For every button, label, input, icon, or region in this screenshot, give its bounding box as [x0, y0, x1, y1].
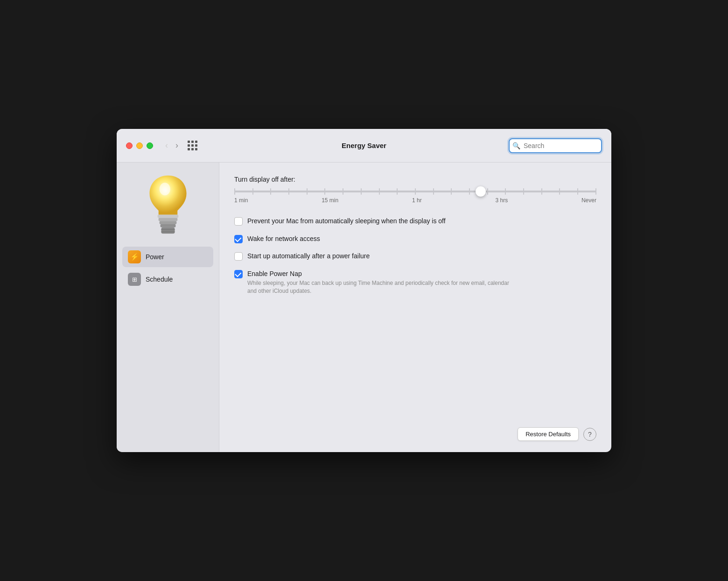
- tick-3: [270, 188, 271, 195]
- slider-section-title: Turn display off after:: [234, 176, 596, 183]
- tick-10: [397, 188, 398, 195]
- prevent-sleep-label: Prevent your Mac from automatically slee…: [247, 217, 446, 226]
- sidebar: ⚡ Power ⊞ Schedule: [117, 163, 219, 452]
- startup-failure-label: Start up automatically after a power fai…: [247, 252, 370, 261]
- sidebar-items: ⚡ Power ⊞ Schedule: [122, 247, 213, 290]
- minimize-button[interactable]: [136, 142, 143, 149]
- tick-20: [577, 188, 578, 195]
- checkbox-prevent-sleep: Prevent your Mac from automatically slee…: [234, 217, 596, 226]
- help-button[interactable]: ?: [583, 428, 596, 441]
- tick-19: [559, 188, 560, 195]
- grid-dot: [191, 141, 194, 143]
- wake-network-label: Wake for network access: [247, 234, 320, 244]
- checkbox-wake-network: Wake for network access: [234, 234, 596, 244]
- grid-dot: [195, 141, 197, 143]
- checkbox-startup-failure: Start up automatically after a power fai…: [234, 252, 596, 261]
- app-icon: [140, 172, 196, 237]
- tick-1: [234, 188, 235, 195]
- content-area: Turn display off after:: [219, 163, 611, 452]
- tick-12: [433, 188, 434, 195]
- bottom-bar: Restore Defaults ?: [234, 420, 596, 441]
- slider-label-never: Never: [581, 197, 596, 204]
- power-nap-desc: While sleeping, your Mac can back up usi…: [247, 279, 518, 295]
- tick-5: [307, 188, 308, 195]
- power-icon: ⚡: [128, 250, 141, 263]
- search-box: 🔍: [509, 138, 602, 153]
- startup-failure-checkbox[interactable]: [234, 252, 243, 261]
- svg-point-8: [159, 183, 170, 195]
- tick-17: [523, 188, 524, 195]
- grid-dot: [191, 144, 194, 147]
- forward-button[interactable]: ›: [173, 139, 181, 152]
- display-off-slider-container: 1 min 15 min 1 hr 3 hrs Never: [234, 191, 596, 204]
- svg-rect-1: [157, 215, 178, 218]
- tick-16: [505, 188, 506, 195]
- slider-track[interactable]: [234, 191, 596, 192]
- tick-21: [595, 188, 596, 195]
- main-content: ⚡ Power ⊞ Schedule Turn display off afte…: [117, 163, 611, 452]
- tick-18: [541, 188, 542, 195]
- slider-thumb[interactable]: [476, 186, 486, 197]
- back-button[interactable]: ‹: [162, 139, 171, 152]
- maximize-button[interactable]: [147, 142, 153, 149]
- tick-15: [487, 188, 488, 195]
- svg-rect-4: [160, 224, 175, 227]
- close-button[interactable]: [126, 142, 133, 149]
- slider-ticks: [234, 188, 596, 195]
- power-nap-label: Enable Power Nap: [247, 269, 518, 279]
- sidebar-item-schedule-label: Schedule: [146, 276, 173, 283]
- tick-14: [469, 188, 470, 195]
- main-window: ‹ › Energy Saver 🔍: [117, 129, 611, 452]
- tick-6: [324, 188, 325, 195]
- slider-label-1hr: 1 hr: [412, 197, 422, 204]
- window-title: Energy Saver: [342, 142, 386, 149]
- slider-labels: 1 min 15 min 1 hr 3 hrs Never: [234, 197, 596, 204]
- tick-7: [343, 188, 343, 195]
- tick-2: [252, 188, 253, 195]
- schedule-icon: ⊞: [128, 273, 141, 286]
- titlebar: ‹ › Energy Saver 🔍: [117, 129, 611, 163]
- sidebar-item-schedule[interactable]: ⊞ Schedule: [122, 269, 213, 290]
- grid-dot: [188, 141, 190, 143]
- grid-dot: [191, 148, 194, 150]
- tick-4: [288, 188, 289, 195]
- svg-rect-3: [159, 221, 176, 224]
- svg-rect-2: [158, 218, 177, 221]
- power-nap-checkbox[interactable]: [234, 270, 243, 278]
- grid-menu-icon[interactable]: [188, 141, 197, 150]
- nav-buttons: ‹ ›: [162, 139, 181, 152]
- grid-dot: [195, 144, 197, 147]
- tick-11: [415, 188, 416, 195]
- wake-network-checkbox[interactable]: [234, 235, 243, 243]
- tick-8: [361, 188, 362, 195]
- prevent-sleep-checkbox[interactable]: [234, 217, 243, 226]
- search-input[interactable]: [509, 138, 602, 153]
- grid-dot: [188, 144, 190, 147]
- checkbox-power-nap: Enable Power Nap While sleeping, your Ma…: [234, 269, 596, 295]
- tick-13: [451, 188, 452, 195]
- slider-label-3hrs: 3 hrs: [495, 197, 508, 204]
- sidebar-item-power[interactable]: ⚡ Power: [122, 247, 213, 267]
- slider-label-15min: 15 min: [322, 197, 338, 204]
- grid-dot: [195, 148, 197, 150]
- traffic-lights: [126, 142, 153, 149]
- grid-dot: [188, 148, 190, 150]
- sidebar-item-power-label: Power: [146, 253, 164, 261]
- svg-rect-5: [161, 227, 175, 234]
- restore-defaults-button[interactable]: Restore Defaults: [518, 427, 579, 441]
- slider-label-1min: 1 min: [234, 197, 248, 204]
- tick-9: [379, 188, 380, 195]
